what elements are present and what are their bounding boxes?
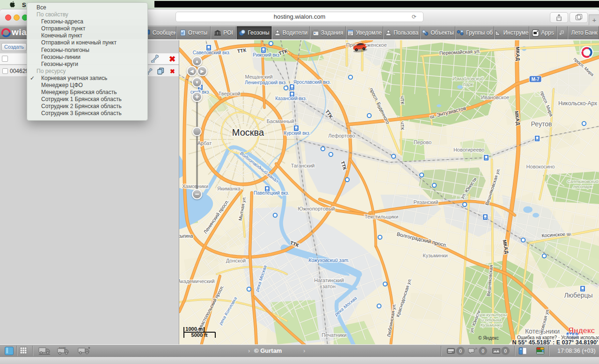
svg-text:Ленинградский вкз.: Ленинградский вкз. — [245, 80, 287, 85]
svg-text:Басманный: Басманный — [267, 118, 294, 124]
svg-text:и отдыха: и отдыха — [481, 317, 501, 322]
svg-text:Кожуховский зат.: Кожуховский зат. — [308, 257, 350, 263]
svg-text:Хамовники: Хамовники — [182, 183, 208, 189]
svg-text:Савеловский вкз.: Савеловский вкз. — [193, 50, 231, 55]
svg-text:Академический: Академический — [179, 278, 215, 284]
svg-text:1000 m: 1000 m — [185, 326, 203, 332]
svg-text:Казанский вкз.: Казанский вкз. — [275, 96, 307, 101]
svg-text:Якиманка: Якиманка — [217, 186, 241, 191]
svg-text:ЧТК: ЧТК — [399, 121, 405, 131]
svg-text:парк: парк — [463, 82, 474, 87]
svg-text:Новокосино: Новокосино — [526, 164, 555, 169]
svg-text:Измайловский: Измайловский — [453, 76, 484, 81]
svg-text:Москва: Москва — [232, 127, 264, 138]
svg-text:© Яндекс: © Яндекс — [478, 335, 499, 341]
svg-text:Новогиреево: Новогиреево — [453, 147, 484, 153]
svg-text:Донской: Донской — [226, 258, 246, 263]
svg-text:Таганский: Таганский — [291, 163, 315, 168]
svg-text:Яндекс: Яндекс — [569, 327, 595, 335]
svg-text:Арбат: Арбат — [197, 140, 212, 146]
svg-text:Кузьминки: Кузьминки — [481, 322, 503, 328]
svg-text:Курский вкз.: Курский вкз. — [284, 131, 311, 136]
svg-text:Реутов: Реутов — [531, 120, 552, 128]
svg-text:Мещанский: Мещанский — [245, 74, 272, 80]
svg-text:Ивановское: Ивановское — [481, 95, 509, 100]
svg-text:Кузьминки: Кузьминки — [423, 253, 447, 258]
svg-text:Текстильщики: Текстильщики — [365, 214, 398, 219]
svg-text:Рязанский: Рязанский — [414, 199, 438, 205]
svg-text:Южнопортовый: Южнопортовый — [298, 206, 335, 211]
svg-text:Нагатинский: Нагатинский — [314, 277, 344, 283]
svg-text:МКАД: МКАД — [515, 46, 521, 61]
svg-text:Тверской: Тверской — [219, 91, 241, 96]
svg-text:Печатники: Печатники — [321, 332, 346, 338]
svg-text:Салтыковский: Салтыковский — [567, 179, 599, 184]
svg-text:М-7: М-7 — [531, 77, 540, 82]
svg-text:затон: затон — [322, 284, 336, 289]
svg-text:Павелецкий вкз.: Павелецкий вкз. — [254, 190, 289, 196]
svg-text:5000 ft: 5000 ft — [191, 332, 208, 338]
svg-text:Ярославский вкз.: Ярославский вкз. — [293, 80, 331, 85]
svg-text:Никольско-Арх: Никольско-Арх — [558, 100, 597, 107]
svg-text:Рижский вкз.: Рижский вкз. — [253, 52, 280, 58]
svg-text:Люберцы: Люберцы — [564, 291, 592, 299]
svg-text:Перово: Перово — [414, 139, 431, 145]
svg-text:сыгина: сыгина — [179, 233, 193, 239]
svg-text:ЧТК: ЧТК — [399, 95, 405, 105]
svg-text:Лефортово: Лефортово — [328, 133, 355, 138]
svg-text:лесопарк: лесопарк — [573, 184, 592, 189]
